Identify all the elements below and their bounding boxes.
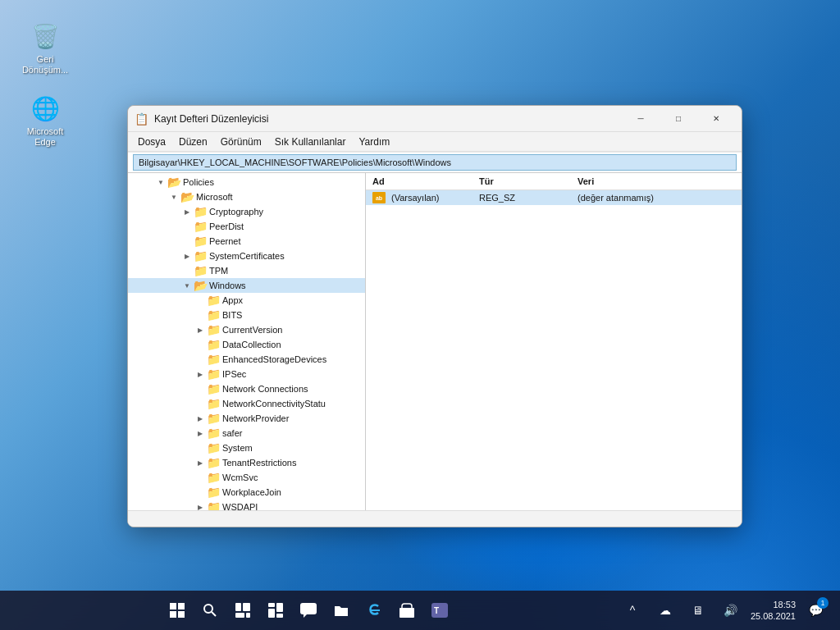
menu-dosya[interactable]: Dosya: [131, 135, 172, 149]
tree-item-enhancedstoragedevices[interactable]: 📁 EnhancedStorageDevices: [128, 352, 365, 367]
tree-item-wsdapi[interactable]: ▶ 📁 WSDAPI: [128, 500, 365, 510]
close-button[interactable]: ✕: [697, 106, 735, 132]
tree-label-safer: safer: [222, 428, 242, 438]
svg-marker-15: [304, 614, 307, 618]
folder-icon-ipsec: 📁: [207, 368, 220, 381]
registry-editor-window: 📋 Kayıt Defteri Düzenleyicisi ─ □ ✕ Dosy…: [127, 105, 742, 527]
tree-item-workplacejoin[interactable]: 📁 WorkplaceJoin: [128, 485, 365, 500]
window-controls: ─ □ ✕: [622, 106, 735, 132]
tree-label-windows: Windows: [209, 281, 246, 290]
maximize-button[interactable]: □: [660, 106, 697, 132]
widgets-button[interactable]: [261, 596, 290, 625]
tree-toggle-systemcertificates[interactable]: ▶: [180, 249, 194, 262]
tree-toggle-policies[interactable]: ▼: [154, 176, 167, 189]
tree-item-wcmsvc[interactable]: 📁 WcmSvc: [128, 470, 365, 485]
tree-item-system[interactable]: 📁 System: [128, 441, 365, 455]
address-bar: Bilgisayar\HKEY_LOCAL_MACHINE\SOFTWARE\P…: [128, 152, 742, 173]
taskbar-center: T: [0, 596, 618, 625]
cloud-icon[interactable]: ☁: [651, 596, 680, 625]
folder-icon-bits: 📁: [207, 308, 220, 322]
address-input[interactable]: Bilgisayar\HKEY_LOCAL_MACHINE\SOFTWARE\P…: [133, 154, 737, 171]
tree-toggle-cryptography[interactable]: ▶: [180, 205, 194, 218]
edge-taskbar-button[interactable]: [359, 596, 389, 625]
tree-item-peernet[interactable]: 📁 Peernet: [128, 234, 365, 249]
desktop-icon-edge[interactable]: 🌐 MicrosoftEdge: [16, 89, 74, 151]
tree-label-wcmsvc: WcmSvc: [222, 472, 258, 482]
tree-toggle-ipsec[interactable]: ▶: [194, 368, 207, 381]
clock[interactable]: 18:53 25.08.2021: [751, 599, 796, 623]
tree-item-systemcertificates[interactable]: ▶ 📁 SystemCertificates: [128, 249, 365, 263]
tree-item-bits[interactable]: 📁 BITS: [128, 308, 365, 322]
svg-rect-16: [399, 608, 414, 618]
svg-rect-7: [243, 603, 250, 611]
tree-toggle-windows[interactable]: ▼: [180, 279, 194, 292]
tree-toggle-currentversion[interactable]: ▶: [194, 323, 207, 336]
svg-text:T: T: [434, 606, 439, 615]
tree-label-systemcertificates: SystemCertificates: [209, 251, 285, 261]
tree-panel[interactable]: ▼ 📂 Policies ▼ 📂 Microsoft: [128, 173, 366, 510]
tree-label-currentversion: CurrentVersion: [222, 325, 282, 335]
tree-label-cryptography: Cryptography: [209, 207, 263, 217]
monitor-icon[interactable]: 🖥: [683, 596, 713, 625]
main-content: ▼ 📂 Policies ▼ 📂 Microsoft: [128, 173, 742, 510]
tree-item-currentversion[interactable]: ▶ 📁 CurrentVersion: [128, 322, 365, 337]
tree-toggle-tenantrestrictions[interactable]: ▶: [194, 456, 207, 469]
folder-icon-workplacejoin: 📁: [207, 486, 220, 499]
details-panel: Ad Tür Veri ab (Varsayılan) REG_SZ (değe…: [366, 173, 742, 510]
tree-item-cryptography[interactable]: ▶ 📁 Cryptography: [128, 204, 365, 219]
edge-icon: 🌐: [29, 92, 62, 125]
menu-sik-kullanilanlar[interactable]: Sık Kullanılanlar: [268, 135, 353, 149]
chat-button[interactable]: [294, 596, 323, 625]
menu-yardim[interactable]: Yardım: [352, 135, 396, 149]
chevron-up-icon[interactable]: ^: [618, 596, 647, 625]
tree-toggle-safer[interactable]: ▶: [194, 427, 207, 440]
recycle-bin-icon: 🗑️: [29, 20, 62, 52]
desktop: 🗑️ Geri Dönüşüm... 🌐 MicrosoftEdge 📋 Kay…: [0, 0, 840, 630]
store-button[interactable]: [392, 596, 422, 625]
tree-item-networkprovider[interactable]: ▶ 📁 NetworkProvider: [128, 411, 365, 426]
svg-rect-12: [276, 603, 283, 612]
tree-toggle-wsdapi[interactable]: ▶: [194, 500, 207, 510]
details-row-default[interactable]: ab (Varsayılan) REG_SZ (değer atanmamış): [366, 190, 742, 205]
tree-toggle-microsoft[interactable]: ▼: [167, 190, 180, 203]
folder-icon-currentversion: 📁: [207, 323, 220, 336]
recycle-bin-label: Geri Dönüşüm...: [20, 54, 71, 75]
folder-icon-appx: 📁: [207, 294, 220, 307]
tree-toggle-networkprovider[interactable]: ▶: [194, 412, 207, 425]
folder-icon-wsdapi: 📁: [207, 500, 220, 510]
folder-icon-tpm: 📁: [194, 264, 207, 277]
menu-duzen[interactable]: Düzen: [172, 135, 214, 149]
notification-button[interactable]: 💬 1: [801, 596, 830, 625]
tree-item-ipsec[interactable]: ▶ 📁 IPSec: [128, 367, 365, 381]
folder-icon-safer: 📁: [207, 427, 220, 440]
explorer-button[interactable]: [326, 596, 356, 625]
tree-label-appx: Appx: [222, 295, 243, 305]
tree-item-policies[interactable]: ▼ 📂 Policies: [128, 175, 365, 189]
folder-icon-networkconnections: 📁: [207, 382, 220, 395]
taskview-button[interactable]: [228, 596, 258, 625]
menu-gorunum[interactable]: Görünüm: [214, 135, 268, 149]
taskbar-right: ^ ☁ 🖥 🔊 18:53 25.08.2021 💬 1: [618, 596, 840, 625]
tree-item-tenantrestrictions[interactable]: ▶ 📁 TenantRestrictions: [128, 455, 365, 470]
cell-data-default: (değer atanmamış): [578, 193, 735, 203]
cell-type-default: REG_SZ: [479, 193, 578, 203]
tree-item-safer[interactable]: ▶ 📁 safer: [128, 426, 365, 441]
tree-item-peerdist[interactable]: 📁 PeerDist: [128, 219, 365, 234]
tree-item-microsoft[interactable]: ▼ 📂 Microsoft: [128, 189, 365, 204]
tree-item-windows[interactable]: ▼ 📂 Windows: [128, 278, 365, 293]
minimize-button[interactable]: ─: [622, 106, 660, 132]
tree-item-networkconnectivitystatus[interactable]: 📁 NetworkConnectivityStatu: [128, 396, 365, 411]
desktop-icon-recycle-bin[interactable]: 🗑️ Geri Dönüşüm...: [16, 16, 74, 79]
tree-item-datacollection[interactable]: 📁 DataCollection: [128, 337, 365, 352]
svg-rect-6: [235, 603, 241, 611]
statusbar: [128, 510, 742, 527]
search-button[interactable]: [195, 596, 225, 625]
tree-item-tpm[interactable]: 📁 TPM: [128, 263, 365, 278]
start-button[interactable]: [162, 596, 192, 625]
svg-point-4: [204, 605, 212, 613]
tree-item-appx[interactable]: 📁 Appx: [128, 293, 365, 308]
tree-item-networkconnections[interactable]: 📁 Network Connections: [128, 381, 365, 396]
tree-label-networkconnections: Network Connections: [222, 384, 308, 394]
volume-icon[interactable]: 🔊: [716, 596, 746, 625]
teams-button[interactable]: T: [425, 596, 454, 625]
